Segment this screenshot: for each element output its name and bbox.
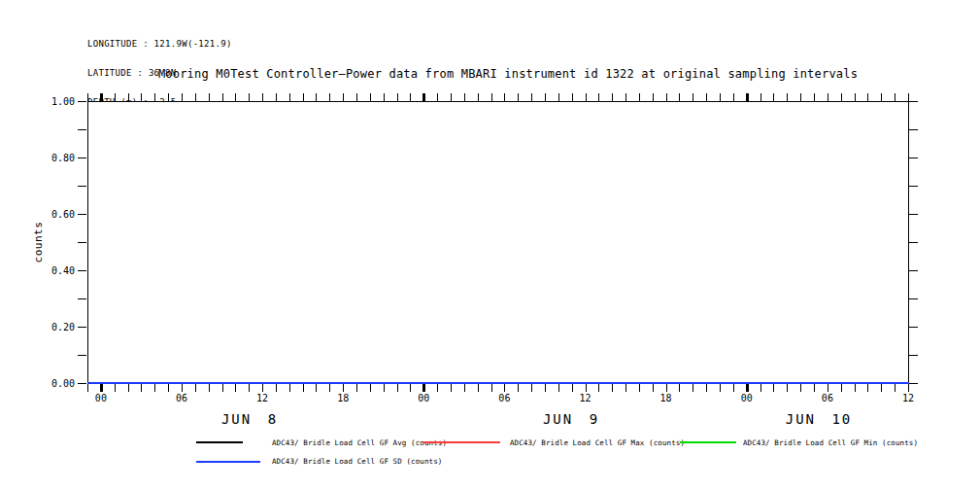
y-tick-label: 0.60	[39, 209, 75, 220]
y-tick-label: 0.00	[39, 378, 75, 389]
x-axis-top-ticks	[87, 93, 909, 101]
y-axis-title: counts	[32, 222, 45, 263]
x-tick-label: 06	[822, 393, 833, 403]
x-tick-label: 18	[337, 393, 349, 403]
plot-page: LONGITUDE : 121.9W(-121.9) LATITUDE : 36…	[0, 0, 980, 490]
y-tick-label: 0.80	[39, 153, 75, 163]
x-tick-label: 18	[660, 393, 672, 403]
y-axis-right-ticks	[909, 101, 918, 384]
day-boundary-tick	[100, 93, 103, 101]
x-axis-bottom-ticks	[87, 384, 909, 392]
metadata-longitude: LONGITUDE : 121.9W(-121.9)	[87, 39, 232, 49]
legend-label-sd: ADC43/ Bridle Load Cell GF SD (counts)	[272, 457, 442, 466]
y-axis-left-ticks	[78, 101, 86, 384]
x-tick-label: 06	[498, 393, 510, 403]
legend-label-min: ADC43/ Bridle Load Cell GF Min (counts)	[743, 438, 918, 447]
x-tick-label: 00	[95, 393, 107, 403]
legend-label-avg: ADC43/ Bridle Load Cell GF Avg (counts)	[272, 438, 447, 447]
axis-end-tick	[908, 384, 909, 392]
x-tick-label: 12	[902, 393, 914, 403]
y-tick-label: 0.20	[39, 322, 75, 332]
legend-line-avg	[196, 441, 243, 443]
legend-line-sd	[196, 461, 260, 463]
y-tick-label: 0.40	[39, 265, 75, 276]
day-boundary-tick	[422, 93, 425, 101]
x-tick-label: 06	[176, 393, 187, 403]
day-label-jun9: JUN 9	[543, 411, 599, 427]
axis-end-tick	[908, 93, 909, 101]
legend-label-max: ADC43/ Bridle Load Cell GF Max (counts)	[510, 438, 685, 447]
x-tick-label: 12	[256, 393, 268, 403]
plot-area	[87, 101, 909, 384]
day-label-jun8: JUN 8	[221, 411, 278, 427]
chart-title: Mooring M0Test Controller–Power data fro…	[87, 67, 929, 81]
legend-line-min	[680, 441, 736, 443]
y-tick-label: 1.00	[39, 96, 75, 107]
sd-zero-data-line	[87, 382, 909, 385]
day-boundary-tick	[100, 384, 103, 392]
day-label-jun10: JUN 10	[786, 411, 853, 427]
x-tick-label: 12	[579, 393, 591, 403]
day-boundary-tick	[746, 384, 749, 392]
x-tick-label: 00	[741, 393, 753, 403]
day-boundary-tick	[422, 384, 425, 392]
legend-line-max	[422, 441, 500, 443]
day-boundary-tick	[746, 93, 749, 101]
x-tick-label: 00	[418, 393, 429, 403]
